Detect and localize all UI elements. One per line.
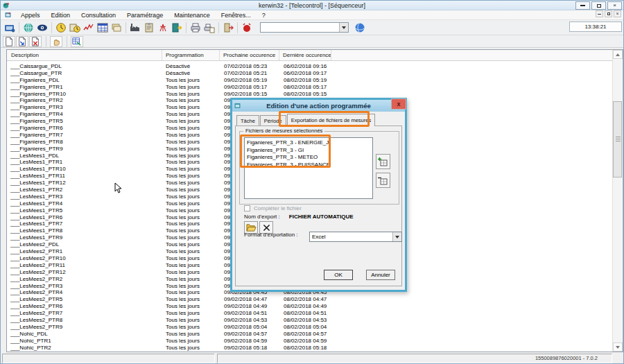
trend-curve-icon[interactable]: [82, 21, 96, 34]
cell-programmation: Tous les jours: [162, 331, 220, 338]
cell-programmation: Tous les jours: [162, 345, 220, 352]
cell-programmation: Tous les jours: [162, 303, 220, 310]
cell-prochaine: 07/02/2018 05:21: [220, 70, 279, 77]
cell-derniere: 06/02/2018 09:17: [279, 70, 331, 77]
cancel-button[interactable]: Annuler: [366, 270, 395, 280]
table-row[interactable]: ___LesMees2_PTR9Tous les jours09/02/2018…: [8, 324, 611, 331]
scroll-down-button[interactable]: [613, 343, 623, 352]
ok-button[interactable]: OK: [324, 270, 353, 280]
menu-item-consultation[interactable]: Consultation: [76, 10, 121, 20]
grid-export-icon[interactable]: [71, 36, 83, 47]
exit-door-icon[interactable]: [221, 21, 235, 34]
supervision-eye-icon[interactable]: [35, 21, 49, 34]
table-row[interactable]: ___Caissargue_PTRDésactivé07/02/2018 05:…: [8, 70, 611, 77]
table-row[interactable]: ___LesMees2_PTR7Tous les jours09/02/2018…: [8, 310, 611, 317]
transmission-door-icon[interactable]: [170, 21, 184, 34]
toolbar-combobox-dropdown[interactable]: [339, 23, 348, 32]
complete-file-checkbox: [244, 205, 250, 211]
scrollbar-thumb[interactable]: [613, 101, 622, 177]
data-grid-icon[interactable]: [96, 21, 110, 34]
cell-programmation: Tous les jours: [162, 262, 220, 269]
add-file-button[interactable]: [376, 154, 390, 169]
table-row[interactable]: ___Nohic_PTR2Tous les jours09/02/2018 05…: [8, 345, 611, 352]
dialog-close-button[interactable]: x: [391, 98, 406, 110]
minimize-button[interactable]: [575, 1, 590, 10]
cell-description: ___Figanieres_PTR9: [8, 146, 162, 153]
factory-icon[interactable]: [128, 21, 142, 34]
complete-file-label: Compléter le fichier: [254, 205, 302, 211]
reports-icon[interactable]: [110, 21, 123, 34]
antenna-icon[interactable]: [156, 21, 170, 34]
table-row[interactable]: ___Nohic_PTR1Tous les jours09/02/2018 04…: [8, 338, 611, 345]
menu-items: AppelsEditionConsultationParamétrageMain…: [15, 10, 271, 20]
table-row[interactable]: ___Nohic_PTR3Tous les jours09/02/201808/…: [8, 351, 611, 352]
cell-description: ___LesMees2_PTR7: [8, 310, 162, 317]
browser-globe-icon[interactable]: [353, 21, 367, 34]
cell-derniere: 08/02/2018 04:53: [279, 317, 331, 324]
main-toolbar: 13:38:21: [1, 20, 623, 35]
alarm-icon[interactable]: [240, 21, 254, 34]
export-name-value: FICHIER AUTOMATIQUE: [289, 213, 354, 220]
menu-item-paramtrage[interactable]: Paramétrage: [121, 10, 168, 20]
table-row[interactable]: ___Nohic_PDLTous les jours09/02/2018 04:…: [8, 331, 611, 338]
menu-item-edition[interactable]: Edition: [46, 10, 76, 20]
cell-prochaine: 09/02/2018 05:17: [220, 84, 279, 91]
table-row[interactable]: ___LesMees2_PTR6Tous les jours09/02/2018…: [8, 303, 611, 310]
copy-action-icon[interactable]: [16, 36, 28, 47]
scroll-up-button[interactable]: [613, 50, 623, 59]
schedule-clock-icon[interactable]: [68, 21, 82, 34]
cell-prochaine: 07/02/2018 05:23: [220, 63, 279, 70]
cell-programmation: Tous les jours: [162, 324, 220, 331]
column-header-description[interactable]: Description: [7, 50, 162, 60]
cell-description: ___Figanieres_PTR4: [8, 111, 162, 118]
cell-programmation: Tous les jours: [162, 159, 220, 166]
hand-icon[interactable]: [50, 36, 62, 47]
cell-derniere: 08/02/2018 05:04: [279, 324, 331, 331]
print-preview-icon[interactable]: [202, 21, 216, 34]
delete-action-icon[interactable]: [29, 36, 42, 47]
clipboard-icon[interactable]: [142, 21, 156, 34]
child-restore-button[interactable]: [605, 10, 612, 17]
table-row[interactable]: ___LesMees2_PTR5Tous les jours09/02/2018…: [8, 296, 611, 303]
cell-programmation: Tous les jours: [162, 283, 220, 290]
table-row[interactable]: ___Caissargue_PDLDésactivé07/02/2018 05:…: [8, 63, 611, 70]
child-minimize-button[interactable]: [596, 10, 603, 17]
cell-programmation: Tous les jours: [162, 351, 220, 352]
restore-button[interactable]: [591, 1, 606, 10]
cell-derniere: 08/02/2018 04:49: [279, 303, 331, 310]
column-header-prochaine-occurence[interactable]: Prochaine occurence: [220, 50, 279, 60]
export-format-dropdown[interactable]: [392, 232, 401, 241]
globe-icon[interactable]: [21, 21, 35, 34]
cell-derniere: 08/02/2018 04:57: [279, 331, 331, 338]
cell-description: ___LesMees2_PTR1: [8, 248, 162, 255]
table-row[interactable]: ___Figanieres_PTR10Tous les jours09/02/2…: [8, 91, 611, 98]
child-close-button[interactable]: ×: [614, 10, 621, 17]
cell-description: ___LesMees1_PTR2: [8, 187, 162, 193]
menu-item-appels[interactable]: Appels: [15, 10, 46, 20]
tab-tache[interactable]: Tâche: [236, 115, 259, 126]
table-row[interactable]: ___Figanieres_PDLTous les jours09/02/201…: [8, 77, 611, 84]
cell-description: ___LesMees2_PTR6: [8, 303, 162, 310]
menu-item-?[interactable]: ?: [257, 10, 271, 20]
menu-item-maintenance[interactable]: Maintenance: [168, 10, 216, 20]
table-header: Description Programmation Prochaine occu…: [7, 50, 612, 61]
cell-description: ___LesMees1_PTR3: [8, 193, 162, 200]
column-header-derniere-occurence[interactable]: Dernière occurence: [279, 50, 331, 60]
menu-item-fentres[interactable]: Fenêtres...: [216, 10, 257, 20]
dialog-title-bar[interactable]: Edition d'une action programmée: [232, 100, 405, 112]
cell-description: ___Figanieres_PTR1: [8, 84, 162, 91]
call-computer-icon[interactable]: [3, 21, 17, 34]
table-row[interactable]: ___LesMees2_PTR8Tous les jours09/02/2018…: [8, 317, 611, 324]
new-action-icon[interactable]: [3, 36, 15, 47]
remove-file-button[interactable]: [376, 173, 390, 188]
printer-icon[interactable]: [189, 21, 202, 34]
clock-icon[interactable]: [54, 21, 68, 34]
toolbar-combobox[interactable]: [260, 22, 349, 33]
cell-programmation: Tous les jours: [162, 77, 220, 84]
vertical-scrollbar[interactable]: [612, 50, 622, 352]
close-button[interactable]: ×: [607, 1, 622, 10]
column-header-programmation[interactable]: Programmation: [162, 50, 220, 60]
table-row[interactable]: ___Figanieres_PTR1Tous les jours09/02/20…: [8, 84, 611, 91]
cell-description: ___LesMees1_PTR4: [8, 200, 162, 207]
export-format-combobox[interactable]: Excel: [309, 232, 402, 242]
